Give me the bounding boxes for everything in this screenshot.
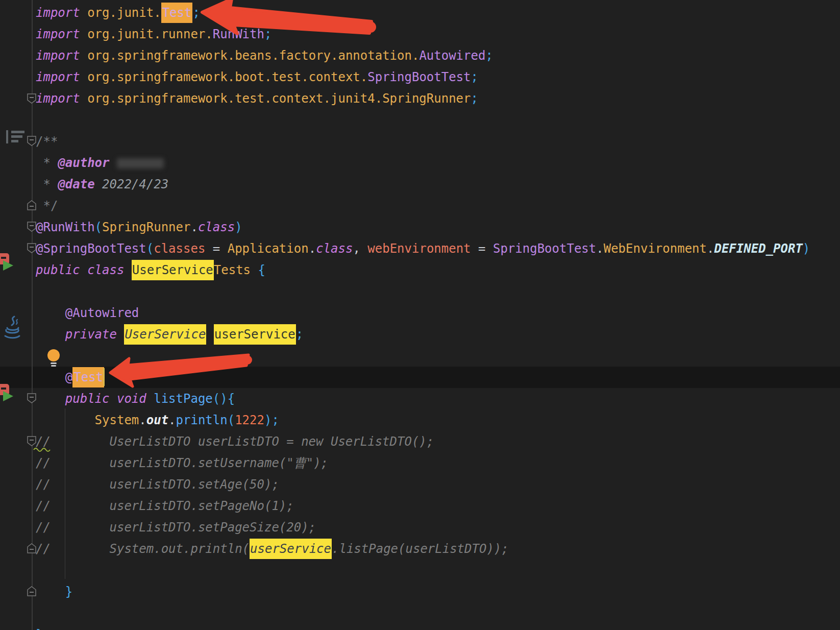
code-line[interactable]: [0, 281, 840, 302]
indent-guide: [65, 408, 65, 579]
code-line[interactable]: * @date 2022/4/23: [0, 174, 840, 195]
code-line[interactable]: import org.springframework.boot.test.con…: [0, 66, 840, 88]
run-test-icon[interactable]: [0, 252, 17, 274]
code-line[interactable]: public class UserServiceTests {: [0, 259, 840, 281]
fold-marker-icon[interactable]: [27, 200, 36, 210]
redacted-author-name: [117, 158, 164, 168]
code-line[interactable]: @RunWith(SpringRunner.class): [0, 216, 840, 238]
fold-marker-icon[interactable]: [27, 393, 36, 403]
code-line[interactable]: private UserService userService;: [0, 324, 840, 345]
code-line[interactable]: @Autowired: [0, 302, 840, 324]
fold-marker-icon[interactable]: [27, 436, 36, 446]
code-line[interactable]: // userListDTO.setPageSize(20);: [0, 517, 840, 538]
fold-marker-icon[interactable]: [27, 243, 36, 253]
ide-editor: import org.junit.Test;import org.junit.r…: [0, 0, 840, 630]
code-line[interactable]: import org.junit.Test;: [0, 2, 840, 23]
code-line[interactable]: // System.out.println(userService.listPa…: [0, 538, 840, 560]
code-line[interactable]: @SpringBootTest(classes = Application.cl…: [0, 238, 840, 259]
structure-lines-icon[interactable]: [5, 129, 26, 145]
code-line[interactable]: [0, 109, 840, 131]
run-test-icon[interactable]: [0, 383, 17, 404]
code-line[interactable]: */: [0, 195, 840, 216]
intention-bulb-icon[interactable]: [46, 348, 61, 368]
code-line[interactable]: import org.springframework.beans.factory…: [0, 45, 840, 66]
java-class-icon[interactable]: [3, 316, 22, 340]
caret-line[interactable]: @Test: [0, 367, 840, 388]
code-line[interactable]: [0, 602, 840, 624]
code-line[interactable]: [0, 345, 840, 367]
fold-marker-icon[interactable]: [27, 543, 36, 553]
code-line[interactable]: /**: [0, 131, 840, 152]
fold-marker-icon[interactable]: [27, 222, 36, 232]
code-line[interactable]: // userListDTO.setPageNo(1);: [0, 495, 840, 517]
code-line[interactable]: import org.junit.runner.RunWith;: [0, 23, 840, 45]
code-line[interactable]: }: [0, 624, 840, 630]
code-line[interactable]: public void listPage(){: [0, 388, 840, 409]
fold-marker-icon[interactable]: [27, 93, 36, 104]
code-line[interactable]: // userListDTO.setAge(50);: [0, 474, 840, 495]
fold-marker-icon[interactable]: [27, 136, 36, 146]
code-line[interactable]: }: [0, 581, 840, 602]
warning-squiggle: [33, 446, 53, 452]
text-caret: [103, 368, 105, 386]
code-line[interactable]: import org.springframework.test.context.…: [0, 88, 840, 109]
code-area[interactable]: import org.junit.Test;import org.junit.r…: [0, 2, 840, 630]
code-line[interactable]: // userListDTO.setUsername("曹");: [0, 452, 840, 474]
fold-marker-icon[interactable]: [27, 586, 36, 596]
code-line[interactable]: // UserListDTO userListDTO = new UserLis…: [0, 431, 840, 452]
code-line[interactable]: [0, 560, 840, 581]
code-line[interactable]: * @author: [0, 152, 840, 174]
code-line[interactable]: System.out.println(1222);: [0, 409, 840, 431]
